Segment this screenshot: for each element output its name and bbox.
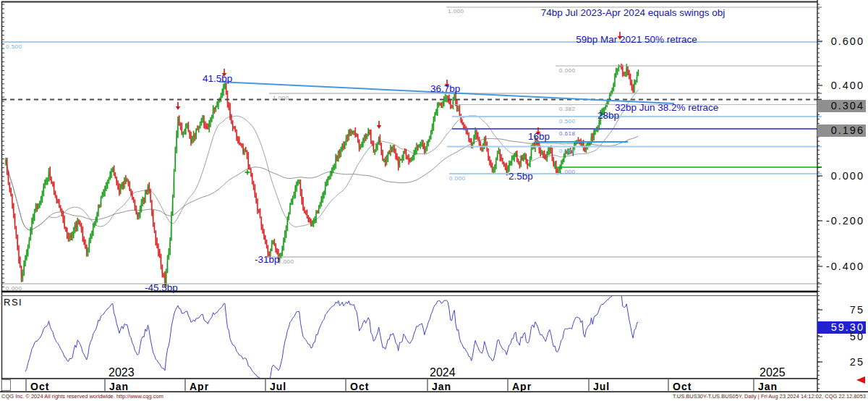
copyright-text: CQG Inc. © 2024 All rights reserved worl… xyxy=(1,393,163,400)
cqg-chart-window: 74bp Jul 2023-Apr 2024 equals swings obj… xyxy=(0,0,868,401)
price-chart-canvas[interactable] xyxy=(0,0,868,401)
red-left-arrow-icon[interactable] xyxy=(856,376,865,384)
symbol-info-text: T.US.BUS30Y-T.US.BUS05Y, Daily | Fri Aug… xyxy=(673,393,866,400)
rsi-indicator-label: RSI xyxy=(4,297,22,308)
scroll-home-box[interactable] xyxy=(1,379,11,391)
status-bar: CQG Inc. © 2024 All rights reserved worl… xyxy=(0,392,868,401)
